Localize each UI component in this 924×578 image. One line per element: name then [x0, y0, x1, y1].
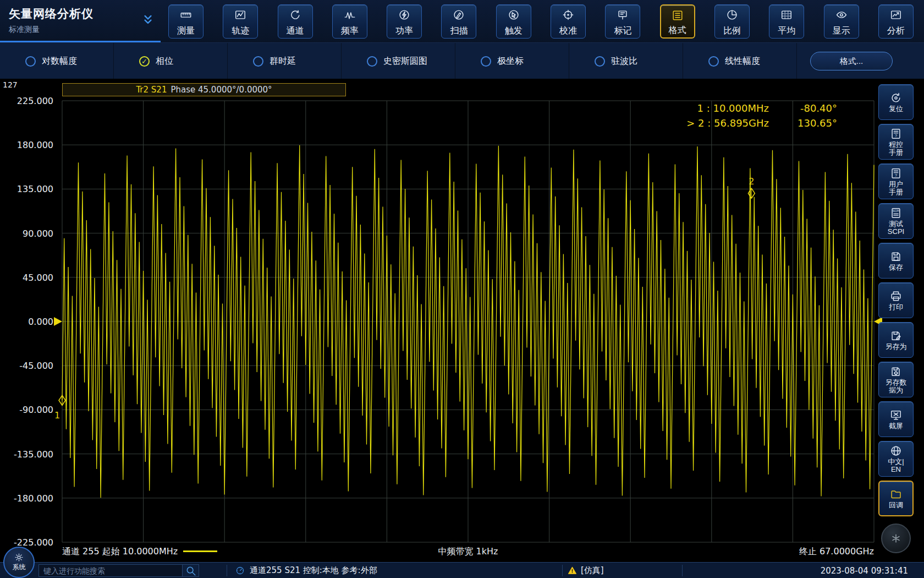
- toolbar-button-trigger[interactable]: 触发: [496, 4, 531, 39]
- format-option-smith-chart[interactable]: 史密斯圆图: [342, 43, 455, 79]
- channel-icon: [289, 9, 301, 21]
- system-button[interactable]: 系统: [3, 547, 35, 578]
- y-axis-label: 0.000: [0, 317, 53, 327]
- statusbar-separator: [562, 565, 563, 576]
- toolbar-button-label: 格式: [669, 25, 686, 35]
- statusbar-separator: [227, 565, 227, 576]
- toolbar-button-marker[interactable]: 标记: [605, 4, 640, 39]
- trace-name: Tr2 S21: [136, 85, 167, 95]
- sidebar-button-label: 用户手册: [889, 181, 903, 196]
- average-icon: [780, 9, 793, 21]
- toolbar-button-format[interactable]: 格式: [660, 4, 695, 39]
- radio-icon: [595, 56, 605, 67]
- toolbar-button-calibration[interactable]: 校准: [551, 4, 586, 39]
- sidebar-button-reset[interactable]: 复位: [878, 84, 914, 120]
- title-block: 矢量网络分析仪 标准测量: [0, 0, 161, 42]
- marker-2-symbol[interactable]: 2: [748, 176, 755, 198]
- simulation-badge-text: [仿真]: [581, 565, 604, 576]
- save-icon: [890, 250, 902, 263]
- frequency-icon: [344, 9, 356, 21]
- format-option-swr[interactable]: 驻波比: [569, 43, 683, 79]
- y-axis-label: 90.000: [0, 228, 53, 238]
- format-option-label: 驻波比: [611, 56, 637, 67]
- y-axis-label: -45.000: [0, 361, 53, 371]
- analysis-icon: [890, 9, 902, 21]
- toolbar-button-label: 比例: [723, 26, 741, 35]
- app-title: 矢量网络分析仪: [9, 6, 94, 21]
- app-subtitle: 标准测量: [9, 25, 40, 35]
- sidebar-button-print[interactable]: 打印: [878, 282, 914, 318]
- sidebar-button-save-data-as[interactable]: 另存数据为: [878, 362, 914, 397]
- toolbar-button-label: 轨迹: [232, 26, 249, 35]
- format-option-linear-magnitude[interactable]: 线性幅度: [683, 43, 797, 79]
- power-icon: [398, 9, 410, 21]
- toolbar-button-frequency[interactable]: 频率: [332, 4, 367, 39]
- toolbar-button-scale[interactable]: 比例: [714, 4, 750, 39]
- scpi-icon: SCPI: [890, 207, 902, 219]
- y-axis-label: -135.000: [0, 449, 53, 459]
- sidebar-button-label: 中文|EN: [888, 458, 904, 473]
- sidebar-button-screenshot[interactable]: 截屏: [878, 401, 914, 437]
- saveas-icon: [890, 330, 902, 342]
- trace-icon: [234, 9, 246, 21]
- sidebar-button-save-as[interactable]: 另存为: [878, 322, 914, 358]
- format-more-button[interactable]: 格式...: [810, 52, 893, 70]
- toolbar-button-power[interactable]: 功率: [387, 4, 422, 39]
- sidebar-button-user-manual[interactable]: ?用户手册: [878, 163, 914, 199]
- trace-header[interactable]: Tr2 S21 Phase 45.0000°/0.0000°: [62, 83, 346, 96]
- sidebar-button-save[interactable]: 保存: [878, 243, 914, 279]
- trace-format-detail: Phase 45.0000°/0.0000°: [170, 85, 272, 95]
- toolbar-button-label: 触发: [505, 26, 522, 35]
- manual-icon: ?: [890, 167, 902, 179]
- toolbar: 测量轨迹通道频率功率扫描触发校准标记格式比例平均显示分析: [168, 4, 914, 39]
- nav-wheel-button[interactable]: [881, 524, 911, 553]
- sidebar-button-label: 另存为: [886, 343, 907, 351]
- marker-2-value: 130.65°: [778, 117, 837, 129]
- simulation-badge: [仿真]: [568, 563, 604, 578]
- format-option-label: 群时延: [270, 56, 296, 67]
- search-icon[interactable]: [182, 565, 199, 576]
- warning-icon: [568, 566, 577, 575]
- radio-icon: [253, 56, 263, 67]
- status-bar: 系统 通道255 S21 控制:本地 参考:外部 [仿真] 2023-08-04…: [0, 562, 924, 578]
- toolbar-button-label: 校准: [559, 26, 577, 35]
- format-option-label: 极坐标: [497, 56, 524, 67]
- expand-menu-button[interactable]: [141, 11, 158, 29]
- sidebar-button-label: 截屏: [889, 422, 903, 430]
- format-option-polar[interactable]: 极坐标: [455, 43, 569, 79]
- toolbar-button-sweep[interactable]: 扫描: [441, 4, 476, 39]
- scale-icon: [726, 9, 738, 21]
- sidebar-button-test-scpi[interactable]: SCPI测试SCPI: [878, 203, 914, 239]
- toolbar-button-measure[interactable]: 测量: [168, 4, 204, 39]
- sidebar-button-label: 打印: [889, 303, 903, 311]
- sidebar-button-prog-manual[interactable]: ?程控手册: [878, 124, 914, 160]
- radio-icon: [708, 56, 719, 67]
- sidebar-button-label: 测试SCPI: [888, 220, 904, 236]
- toolbar-button-average[interactable]: 平均: [769, 4, 804, 39]
- format-option-label: 史密斯圆图: [383, 56, 427, 67]
- sidebar-button-label: 回调: [889, 501, 903, 509]
- marker-icon: [617, 9, 629, 21]
- search-input[interactable]: [39, 565, 182, 576]
- toolbar-button-analysis[interactable]: 分析: [878, 4, 914, 39]
- display-icon: [835, 9, 848, 21]
- sidebar-button-recall[interactable]: 回调: [878, 481, 914, 516]
- y-axis-label: 45.000: [0, 272, 53, 282]
- format-option-log-magnitude[interactable]: 对数幅度: [0, 43, 114, 79]
- toolbar-button-channel[interactable]: 通道: [278, 4, 313, 39]
- sidebar-button-label: 程控手册: [889, 141, 903, 156]
- toolbar-button-trace[interactable]: 轨迹: [223, 4, 258, 39]
- format-option-phase[interactable]: ✓相位: [114, 43, 228, 79]
- svg-text:?: ?: [895, 133, 897, 138]
- sidebar-button-label: 另存数据为: [886, 379, 907, 394]
- trigger-icon: [508, 9, 520, 21]
- window-number: 127: [3, 80, 18, 89]
- format-option-group-delay[interactable]: 群时延: [228, 43, 342, 79]
- marker-2-label: > 2 : 56.895GHz: [686, 117, 769, 129]
- statusbar-separator: [682, 565, 683, 576]
- toolbar-button-label: 测量: [177, 26, 195, 35]
- toolbar-button-display[interactable]: 显示: [824, 4, 859, 39]
- function-search: [38, 564, 199, 577]
- format-option-label: 相位: [156, 56, 173, 67]
- sidebar-button-language[interactable]: 中文|EN: [878, 441, 914, 477]
